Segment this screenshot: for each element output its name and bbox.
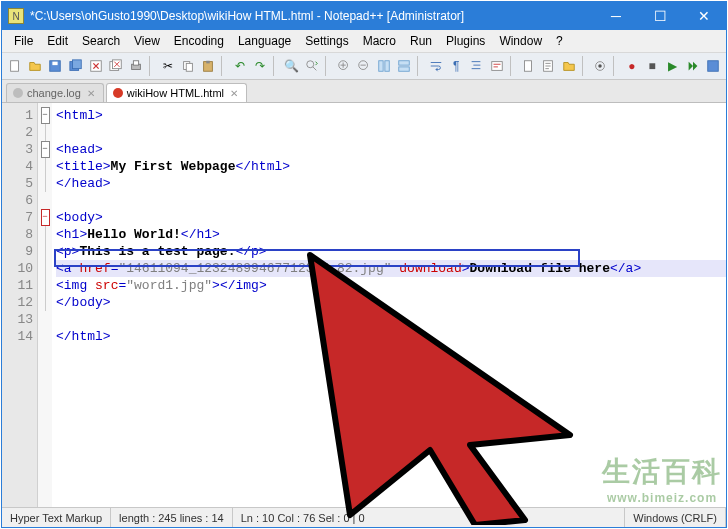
- tab-status-icon: [13, 88, 23, 98]
- svg-rect-4: [72, 60, 81, 69]
- line-gutter: 1234567891011121314: [2, 103, 38, 507]
- code-line[interactable]: <title>My First Webpage</html>: [56, 158, 726, 175]
- menu-language[interactable]: Language: [232, 32, 297, 50]
- menu-settings[interactable]: Settings: [299, 32, 354, 50]
- tab-status-icon: [113, 88, 123, 98]
- svg-rect-21: [491, 62, 502, 71]
- editor[interactable]: 1234567891011121314 −−− <html><head><tit…: [2, 103, 726, 507]
- zoom-out-icon[interactable]: [355, 56, 373, 76]
- user-lang-icon[interactable]: [487, 56, 505, 76]
- menu-run[interactable]: Run: [404, 32, 438, 50]
- menu-encoding[interactable]: Encoding: [168, 32, 230, 50]
- close-all-icon[interactable]: [107, 56, 125, 76]
- svg-rect-20: [399, 67, 410, 71]
- zoom-in-icon[interactable]: [335, 56, 353, 76]
- wordwrap-icon[interactable]: [427, 56, 445, 76]
- open-file-icon[interactable]: [26, 56, 44, 76]
- code-line[interactable]: <html>: [56, 107, 726, 124]
- code-line[interactable]: <body>: [56, 209, 726, 226]
- print-icon[interactable]: [127, 56, 145, 76]
- redo-icon[interactable]: ↷: [251, 56, 269, 76]
- svg-rect-2: [53, 62, 58, 66]
- app-icon: N: [8, 8, 24, 24]
- code-line[interactable]: <h1>Hello World!</h1>: [56, 226, 726, 243]
- tab-close-icon[interactable]: ✕: [230, 88, 238, 99]
- cut-icon[interactable]: ✂: [159, 56, 177, 76]
- save-macro-icon[interactable]: [704, 56, 722, 76]
- close-file-icon[interactable]: [87, 56, 105, 76]
- tab-close-icon[interactable]: ✕: [87, 88, 95, 99]
- tab-wikihow-html[interactable]: wikiHow HTML.html ✕: [106, 83, 247, 102]
- undo-icon[interactable]: ↶: [231, 56, 249, 76]
- doc-map-icon[interactable]: [519, 56, 537, 76]
- code-line[interactable]: <p>This is a test page.</p>: [56, 243, 726, 260]
- code-line[interactable]: <head>: [56, 141, 726, 158]
- monitor-icon[interactable]: [591, 56, 609, 76]
- menubar: File Edit Search View Encoding Language …: [2, 30, 726, 53]
- indent-guide-icon[interactable]: [467, 56, 485, 76]
- code-line[interactable]: [56, 311, 726, 328]
- svg-rect-26: [707, 61, 718, 72]
- menu-plugins[interactable]: Plugins: [440, 32, 491, 50]
- func-list-icon[interactable]: [539, 56, 557, 76]
- svg-rect-9: [134, 61, 139, 65]
- menu-edit[interactable]: Edit: [41, 32, 74, 50]
- tab-change-log[interactable]: change.log ✕: [6, 83, 104, 102]
- svg-rect-17: [379, 61, 383, 72]
- tab-label: change.log: [27, 87, 81, 99]
- code-line[interactable]: </head>: [56, 175, 726, 192]
- svg-point-14: [307, 61, 314, 68]
- new-file-icon[interactable]: [6, 56, 24, 76]
- app-window: N *C:\Users\ohGusto1990\Desktop\wikiHow …: [1, 1, 727, 528]
- code-line[interactable]: </body>: [56, 294, 726, 311]
- watermark: 生活百科 www.bimeiz.com: [602, 453, 722, 505]
- play-multi-icon[interactable]: [683, 56, 701, 76]
- svg-rect-0: [11, 61, 19, 72]
- folder-icon[interactable]: [560, 56, 578, 76]
- menu-window[interactable]: Window: [493, 32, 548, 50]
- maximize-button[interactable]: ☐: [638, 2, 682, 30]
- window-title: *C:\Users\ohGusto1990\Desktop\wikiHow HT…: [30, 9, 594, 23]
- code-line[interactable]: <img src="word1.jpg"></img>: [56, 277, 726, 294]
- window-controls: ─ ☐ ✕: [594, 2, 726, 30]
- menu-help[interactable]: ?: [550, 32, 569, 50]
- svg-rect-19: [399, 61, 410, 65]
- code-line[interactable]: </html>: [56, 328, 726, 345]
- svg-rect-11: [186, 63, 192, 71]
- titlebar[interactable]: N *C:\Users\ohGusto1990\Desktop\wikiHow …: [2, 2, 726, 30]
- minimize-button[interactable]: ─: [594, 2, 638, 30]
- menu-macro[interactable]: Macro: [357, 32, 402, 50]
- status-length: length : 245 lines : 14: [111, 508, 233, 527]
- fold-column[interactable]: −−−: [38, 103, 52, 507]
- save-all-icon[interactable]: [67, 56, 85, 76]
- replace-icon[interactable]: [303, 56, 321, 76]
- menu-search[interactable]: Search: [76, 32, 126, 50]
- play-icon[interactable]: ▶: [663, 56, 681, 76]
- status-position: Ln : 10 Col : 76 Sel : 0 | 0: [233, 508, 626, 527]
- find-icon[interactable]: 🔍: [283, 56, 301, 76]
- code-line[interactable]: [56, 124, 726, 141]
- code-line[interactable]: [56, 192, 726, 209]
- svg-point-25: [599, 64, 603, 68]
- record-icon[interactable]: ●: [623, 56, 641, 76]
- menu-view[interactable]: View: [128, 32, 166, 50]
- statusbar: Hyper Text Markup length : 245 lines : 1…: [2, 507, 726, 527]
- status-language: Hyper Text Markup: [2, 508, 111, 527]
- svg-rect-18: [385, 61, 389, 72]
- save-icon[interactable]: [46, 56, 64, 76]
- code-line[interactable]: <a href="14611094_12324899467712345_82.j…: [56, 260, 726, 277]
- status-eol: Windows (CRLF): [625, 508, 726, 527]
- sync-h-icon[interactable]: [395, 56, 413, 76]
- close-button[interactable]: ✕: [682, 2, 726, 30]
- show-chars-icon[interactable]: ¶: [447, 56, 465, 76]
- tab-label: wikiHow HTML.html: [127, 87, 224, 99]
- menu-file[interactable]: File: [8, 32, 39, 50]
- code-area[interactable]: <html><head><title>My First Webpage</htm…: [52, 103, 726, 507]
- paste-icon[interactable]: [199, 56, 217, 76]
- tabbar: change.log ✕ wikiHow HTML.html ✕: [2, 80, 726, 103]
- sync-v-icon[interactable]: [375, 56, 393, 76]
- svg-rect-13: [207, 61, 211, 64]
- svg-rect-22: [525, 61, 532, 72]
- stop-icon[interactable]: ■: [643, 56, 661, 76]
- copy-icon[interactable]: [179, 56, 197, 76]
